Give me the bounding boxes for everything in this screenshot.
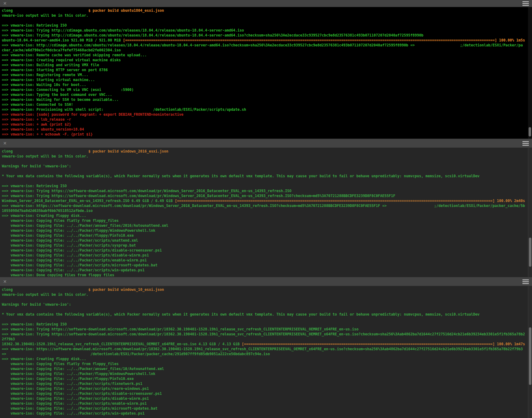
terminal-line: ==> vmware-iso: http://cdimage.ubuntu.co… [2, 43, 532, 48]
terminal-line [2, 18, 532, 23]
terminal-line: ==> vmware-iso: Registering remote VM... [2, 72, 532, 77]
terminal-line: vmware-iso: Copying file: ../../Packer/s… [2, 381, 532, 386]
terminal-output[interactable]: clong $ packer build ubuntu1804_esxi.jso… [0, 7, 532, 139]
terminal-line [2, 317, 532, 322]
terminal-line [2, 179, 532, 183]
terminal-line: Warnings for build 'vmware-iso': [2, 302, 532, 307]
terminal-line: vmware-iso: Copying file: ../../Packer/s… [2, 406, 532, 411]
terminal-line: vmware-iso: Copying file: ../../Packer/s… [2, 268, 532, 273]
terminal-window: ✕ clong $ packer build ubuntu1804_esxi.j… [0, 0, 532, 418]
scrollbar[interactable] [528, 7, 532, 139]
menu-icon[interactable] [522, 1, 529, 6]
menu-icon[interactable] [522, 279, 529, 284]
terminal-line: Warnings for build 'vmware-iso': [2, 164, 532, 169]
terminal-line: ==> vmware-iso: + awk {print $2} [2, 122, 532, 127]
terminal-line: ==> vmware-iso: [sudo] password for vagr… [2, 112, 532, 117]
terminal-line: ==> vmware-iso: Remote cache was verifie… [2, 53, 532, 58]
terminal-line: ==> vmware-iso: Creating required virtua… [2, 58, 532, 62]
terminal-line [2, 159, 532, 164]
pane-header: ✕ [0, 0, 532, 7]
terminal-line: ==> vmware-iso: Trying http://cdimage.ub… [2, 33, 532, 38]
terminal-pane-windows2016: ✕ clong $ packer build windows_2016_esxi… [0, 139, 532, 277]
terminal-line: vmware-iso: Copying files flatly from fl… [2, 361, 532, 366]
close-icon[interactable]: ✕ [3, 141, 7, 145]
terminal-pane-windows10: ✕ clong $ packer build windows_10_esxi.j… [0, 277, 532, 418]
scrollbar[interactable] [528, 148, 532, 277]
terminal-line: vmware-iso: Copying file: ../../Packer/f… [2, 376, 532, 381]
scrollbar[interactable] [528, 286, 532, 418]
terminal-line: ==> vmware-iso: Retrieving ISO [2, 322, 532, 327]
terminal-line: vmware-iso: Copying file: ../../Packer/s… [2, 401, 532, 406]
pane-header: ✕ [0, 277, 532, 286]
terminal-line: ==> vmware-iso: Provisioning with shell … [2, 107, 532, 112]
terminal-line: vmware-iso: Copying file: ../../Packer/s… [2, 396, 532, 401]
terminal-line: ==> vmware-iso: Retrieving ISO [2, 23, 532, 28]
terminal-line: vmware-iso: Copying file: ../../Packer/a… [2, 366, 532, 371]
terminal-line: ==> vmware-iso: + lsb_release -r [2, 117, 532, 122]
terminal-output[interactable]: clong $ packer build windows_2016_esxi.j… [0, 148, 532, 277]
terminal-line: ==> vmware-iso: Starting virtual machine… [2, 77, 532, 82]
terminal-line: ==> vmware-iso: Waiting for SSH to becom… [2, 97, 532, 102]
terminal-line: vmware-iso: Copying file: ../../Packer/s… [2, 248, 532, 253]
terminal-line: 1055098d7ba8d2d635babf6bb76518512afbde.i… [2, 208, 532, 213]
terminal-line: vmware-iso: Copying file: ../../Packer/f… [2, 371, 532, 376]
terminal-line: ==> vmware-iso: Creating floppy disk... [2, 213, 532, 218]
terminal-line: ==> vmware-iso: Waiting 10s for boot... [2, 82, 532, 87]
terminal-line: 18362.30.190401-1528.19h1_release_svc_re… [2, 342, 532, 347]
close-icon[interactable]: ✕ [3, 1, 7, 6]
close-icon[interactable]: ✕ [3, 279, 7, 284]
terminal-line: ==> vmware-iso: Connecting to VM via VNC… [2, 87, 532, 92]
terminal-line: vmware-iso: Copying files flatly from fl… [2, 218, 532, 223]
terminal-line: ==> vmware-iso: + + echoawk -F. {print $… [2, 132, 532, 137]
scrollbar-thumb[interactable] [529, 238, 531, 267]
terminal-line: => /detectionlab/ESXi/Packer/packer_cach… [2, 351, 532, 356]
menu-icon[interactable] [522, 141, 529, 146]
terminal-line: Windows_Server_2016_Datacenter_EVAL_en-u… [2, 198, 532, 203]
terminal-line: cker_cache/e6d790e1cf0dcbca7fefef75468ac… [2, 48, 532, 53]
terminal-line: clong $ packer build windows_10_esxi.jso… [2, 287, 532, 292]
terminal-line: vmware-iso: Copying file: ../../Packer/f… [2, 233, 532, 238]
terminal-line: ==> vmware-iso: Trying https://software-… [2, 332, 532, 337]
terminal-line: ==> vmware-iso: Typing the boot command … [2, 92, 532, 97]
terminal-line: vmware-iso: Copying file: ../../Packer/s… [2, 253, 532, 258]
terminal-line: ==> vmware-iso: Trying http://cdimage.ub… [2, 28, 532, 33]
terminal-line: vmware-iso: Copying file: ../../Packer/s… [2, 391, 532, 396]
terminal-line: vmware-iso: Copying file: ../../Packer/s… [2, 263, 532, 268]
terminal-line: vmware-iso: Copying file: ../../Packer/a… [2, 223, 532, 228]
terminal-line: ==> vmware-iso: Starting HTTP server on … [2, 67, 532, 72]
terminal-line: vmware-iso output will be in this color. [2, 292, 532, 297]
terminal-line: ==> vmware-iso: Building and writing VMX… [2, 62, 532, 67]
scrollbar-thumb[interactable] [529, 327, 531, 385]
terminal-line: vmware-iso output will be in this color. [2, 13, 532, 18]
terminal-line: vmware-iso: Copying file: ../../Packer/s… [2, 243, 532, 248]
terminal-line: ubuntu-18.04.4-server-amd64.iso 921.00 M… [2, 38, 532, 43]
terminal-line: * Your vmx data contains the following v… [2, 174, 532, 179]
terminal-pane-ubuntu1804: ✕ clong $ packer build ubuntu1804_esxi.j… [0, 0, 532, 139]
terminal-line: ==> vmware-iso: Trying https://software-… [2, 188, 532, 193]
terminal-line: ==> vmware-iso: https://software-downloa… [2, 203, 532, 208]
terminal-output[interactable]: clong $ packer build windows_10_esxi.jso… [0, 286, 532, 418]
terminal-line: vmware-iso output will be in this color. [2, 154, 532, 159]
terminal-line: vmware-iso: Copying file: ../../Packer/s… [2, 386, 532, 391]
terminal-line: ==> vmware-iso: Trying https://software-… [2, 327, 532, 332]
terminal-line: ==> vmware-iso: Retrieving ISO [2, 183, 532, 188]
terminal-line: vmware-iso: Done copying files from flop… [2, 273, 532, 277]
terminal-line [2, 307, 532, 312]
terminal-line: vmware-iso: Copying file: ../../Packer/f… [2, 228, 532, 233]
terminal-line: clong $ packer build windows_2016_esxi.j… [2, 149, 532, 154]
terminal-line [2, 297, 532, 302]
terminal-line [2, 169, 532, 174]
terminal-line: ==> vmware-iso: Connected to SSH! [2, 102, 532, 107]
terminal-line: 2f79b3 [2, 337, 532, 342]
terminal-line: vmware-iso: Copying file: ../../Packer/s… [2, 238, 532, 243]
terminal-line: vmware-iso: Copying file: ../../Packer/s… [2, 258, 532, 263]
terminal-line: vmware-iso: Copying file: ../../Packer/s… [2, 411, 532, 416]
pane-header: ✕ [0, 139, 532, 148]
terminal-line: ==> vmware-iso: Creating floppy disk... [2, 356, 532, 361]
terminal-line: ==> vmware-iso: https://software-downloa… [2, 347, 532, 351]
scrollbar-thumb[interactable] [529, 127, 531, 136]
terminal-line: clong $ packer build ubuntu1804_esxi.jso… [2, 8, 532, 13]
terminal-line: ==> vmware-iso: + ubuntu_version=18.04 [2, 127, 532, 132]
terminal-line: * Your vmx data contains the following v… [2, 312, 532, 317]
terminal-line: ==> vmware-iso: Trying https://software-… [2, 193, 532, 198]
